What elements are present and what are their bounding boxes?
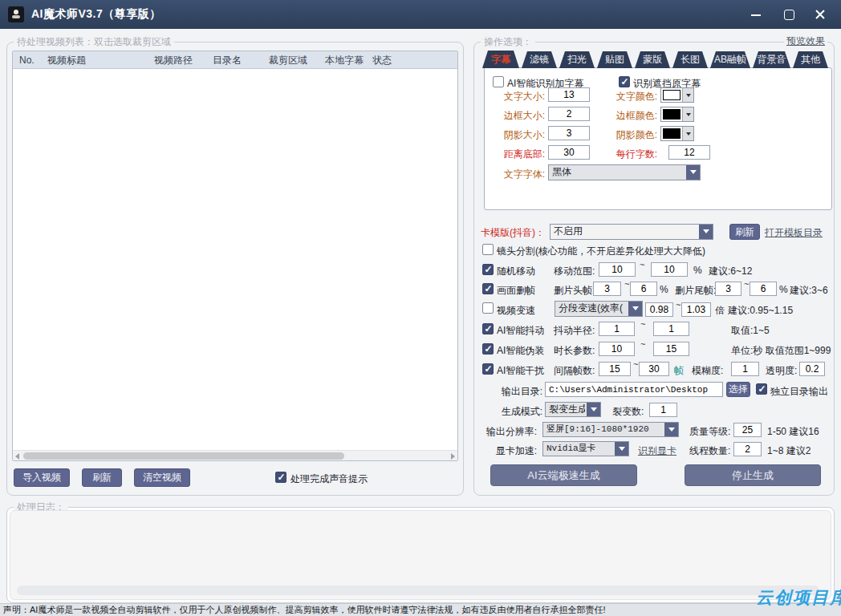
gen-mode-arrow-icon[interactable]	[587, 403, 600, 416]
tab-sticker[interactable]: 贴图	[597, 51, 632, 68]
duration-from-input[interactable]	[599, 342, 635, 356]
shadow-size-input[interactable]	[548, 126, 590, 140]
tab-ab-blend[interactable]: AB融帧	[710, 51, 750, 68]
speed-from-input[interactable]	[645, 302, 673, 317]
cloud-generate-button[interactable]: AI云端极速生成	[490, 464, 637, 486]
text-size-input[interactable]	[548, 87, 590, 102]
clear-video-button[interactable]: 清空视频	[134, 468, 190, 487]
lens-split-checkbox[interactable]	[482, 244, 494, 255]
tail-frames-label: 删片尾帧:	[675, 284, 716, 298]
tab-filter[interactable]: 滤镜	[522, 51, 557, 68]
scroll-left-icon[interactable]	[15, 453, 19, 460]
output-dir-label: 输出目录:	[481, 385, 542, 399]
speed-mode-dropdown[interactable]: 分段变速(效率(	[555, 301, 643, 317]
border-color-arrow-icon[interactable]	[682, 107, 693, 121]
interval-to-input[interactable]	[639, 362, 669, 376]
font-dropdown-arrow-icon[interactable]	[686, 165, 700, 180]
resolution-arrow-icon[interactable]	[664, 423, 678, 436]
tab-sweep-light[interactable]: 扫光	[559, 51, 595, 68]
move-range-from-input[interactable]	[599, 262, 636, 277]
gen-mode-dropdown[interactable]: 裂变生成	[545, 402, 601, 417]
threads-input[interactable]	[733, 442, 762, 456]
choose-dir-button[interactable]: 选择	[726, 382, 750, 397]
text-color-label: 文字颜色:	[596, 90, 657, 103]
shadow-size-label: 阴影大小:	[481, 128, 545, 142]
col-no[interactable]: No.	[19, 51, 35, 69]
minimize-icon[interactable]	[750, 8, 762, 21]
move-range-tilde: ~	[640, 260, 644, 270]
col-video-path[interactable]: 视频路径	[154, 51, 193, 69]
border-color-dropdown[interactable]	[660, 107, 694, 122]
tab-mask[interactable]: 蒙版	[635, 51, 670, 68]
text-color-arrow-icon[interactable]	[682, 88, 693, 102]
stop-generate-button[interactable]: 停止生成	[685, 464, 821, 486]
border-size-input[interactable]	[548, 107, 590, 121]
col-video-title[interactable]: 视频标题	[47, 51, 86, 69]
close-icon[interactable]	[814, 8, 827, 21]
ai-interfere-checkbox[interactable]	[482, 363, 494, 375]
blur-input[interactable]	[731, 362, 759, 376]
card-template-arrow-icon[interactable]	[699, 225, 713, 239]
interval-from-input[interactable]	[599, 362, 631, 376]
col-crop-area[interactable]: 裁剪区域	[269, 51, 307, 69]
speed-mode-arrow-icon[interactable]	[628, 302, 642, 316]
head-frames-label: 删片头帧:	[554, 284, 595, 298]
card-template-dropdown[interactable]: 不启用	[550, 224, 713, 240]
ai-shake-checkbox[interactable]	[482, 323, 494, 334]
move-range-to-input[interactable]	[651, 262, 688, 277]
tail-frames-from-input[interactable]	[715, 282, 741, 296]
shake-from-input[interactable]	[599, 322, 635, 336]
maximize-icon[interactable]	[782, 8, 794, 21]
import-video-button[interactable]: 导入视频	[14, 468, 70, 487]
gpu-dropdown[interactable]: Nvidia显卡	[542, 441, 629, 456]
shadow-color-dropdown[interactable]	[660, 126, 694, 141]
tail-frames-unit: %	[779, 284, 788, 295]
preview-effect-link[interactable]: 预览效果	[784, 34, 827, 48]
ai-subtitle-checkbox[interactable]	[493, 76, 504, 87]
head-frames-to-input[interactable]	[630, 282, 657, 296]
template-refresh-button[interactable]: 刷新	[729, 224, 760, 240]
speed-to-input[interactable]	[681, 302, 711, 317]
bottom-distance-input[interactable]	[548, 145, 590, 160]
random-move-checkbox[interactable]	[482, 264, 494, 275]
detect-gpu-link[interactable]: 识别显卡	[638, 444, 676, 458]
options-tabs: 字幕 滤镜 扫光 贴图 蒙版 长图 AB融帧 背景音 其他	[482, 51, 828, 68]
tab-subtitle[interactable]: 字幕	[482, 51, 519, 68]
scrollbar-thumb[interactable]	[23, 452, 344, 460]
card-template-label: 卡模版(抖音)：	[481, 226, 545, 240]
mask-original-subtitle-checkbox[interactable]	[619, 76, 630, 87]
open-template-dir-link[interactable]: 打开模板目录	[765, 226, 823, 240]
tab-other[interactable]: 其他	[793, 51, 828, 68]
video-table-body[interactable]	[13, 69, 457, 450]
shake-hint: 取值:1~5	[731, 324, 770, 338]
duration-to-input[interactable]	[653, 342, 689, 356]
speed-change-checkbox[interactable]	[482, 302, 494, 314]
col-status[interactable]: 状态	[372, 51, 392, 69]
resolution-dropdown[interactable]: 竖屏[9:16]-1080*1920	[542, 422, 679, 437]
shake-to-input[interactable]	[653, 322, 689, 336]
fission-count-input[interactable]	[649, 403, 677, 417]
col-dir-name[interactable]: 目录名	[213, 51, 242, 69]
font-dropdown[interactable]: 黑体	[548, 164, 701, 180]
head-frames-from-input[interactable]	[593, 282, 621, 296]
log-horizontal-scrollbar[interactable]	[17, 586, 819, 595]
text-color-dropdown[interactable]	[660, 87, 694, 103]
shadow-color-arrow-icon[interactable]	[682, 127, 693, 140]
quality-input[interactable]	[733, 423, 762, 437]
border-size-label: 边框大小:	[481, 109, 545, 123]
tail-frames-to-input[interactable]	[750, 282, 777, 296]
gpu-arrow-icon[interactable]	[615, 442, 628, 456]
tab-bgm[interactable]: 背景音	[753, 51, 790, 68]
col-local-subtitle[interactable]: 本地字幕	[325, 51, 364, 69]
ai-disguise-checkbox[interactable]	[482, 343, 494, 355]
frame-delete-checkbox[interactable]	[482, 283, 494, 294]
scroll-right-icon[interactable]	[451, 453, 455, 460]
sound-tip-checkbox[interactable]	[275, 472, 286, 483]
video-list-horizontal-scrollbar[interactable]	[13, 450, 457, 460]
separate-dir-checkbox[interactable]	[756, 383, 767, 395]
chars-per-line-input[interactable]	[668, 145, 710, 160]
output-dir-input[interactable]	[545, 382, 723, 397]
alpha-input[interactable]	[799, 362, 825, 376]
refresh-list-button[interactable]: 刷新	[82, 468, 122, 487]
tab-long-image[interactable]: 长图	[672, 51, 708, 68]
